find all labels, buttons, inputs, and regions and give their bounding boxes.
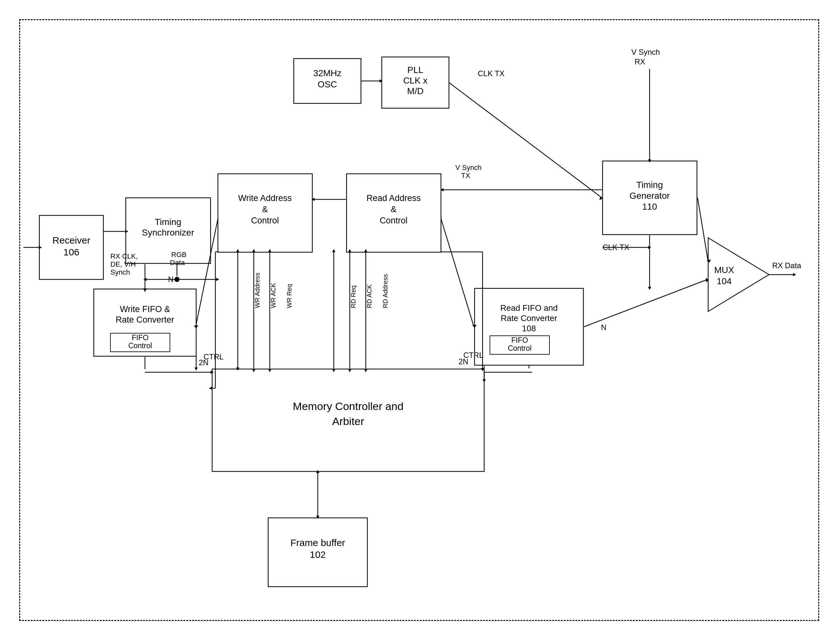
svg-text:Timing: Timing bbox=[155, 217, 181, 227]
svg-text:V Synch: V Synch bbox=[455, 163, 481, 171]
svg-marker-100 bbox=[483, 379, 486, 382]
svg-marker-88 bbox=[706, 278, 709, 282]
svg-text:N: N bbox=[601, 323, 607, 331]
svg-rect-30 bbox=[268, 518, 367, 587]
svg-text:Memory Controller and: Memory Controller and bbox=[293, 400, 403, 412]
svg-text:2N: 2N bbox=[458, 357, 468, 366]
svg-marker-122 bbox=[268, 369, 271, 372]
svg-marker-127 bbox=[332, 249, 335, 252]
svg-marker-81 bbox=[648, 287, 651, 290]
svg-line-87 bbox=[584, 279, 708, 327]
svg-marker-84 bbox=[648, 246, 651, 249]
svg-marker-108 bbox=[209, 387, 212, 390]
svg-text:Receiver: Receiver bbox=[52, 235, 90, 245]
svg-marker-141 bbox=[472, 325, 477, 328]
svg-text:M/D: M/D bbox=[407, 86, 423, 96]
svg-marker-64 bbox=[216, 278, 219, 281]
svg-marker-79 bbox=[312, 198, 315, 201]
svg-rect-3 bbox=[382, 57, 449, 108]
svg-text:Read Address: Read Address bbox=[366, 193, 421, 203]
svg-marker-98 bbox=[210, 370, 214, 374]
svg-marker-134 bbox=[364, 369, 367, 372]
svg-text:&: & bbox=[262, 204, 268, 214]
svg-marker-126 bbox=[332, 369, 335, 372]
svg-text:Data: Data bbox=[170, 259, 185, 267]
svg-line-142 bbox=[196, 219, 218, 327]
svg-text:102: 102 bbox=[310, 549, 326, 560]
svg-text:Write FIFO &: Write FIFO & bbox=[120, 304, 170, 314]
svg-text:32MHz: 32MHz bbox=[313, 68, 342, 78]
svg-marker-91 bbox=[793, 273, 796, 276]
svg-marker-44 bbox=[708, 238, 769, 312]
svg-text:RD ACK: RD ACK bbox=[366, 284, 373, 308]
svg-text:RGB: RGB bbox=[171, 251, 186, 259]
svg-text:FIFO: FIFO bbox=[132, 333, 148, 342]
svg-text:CTRL: CTRL bbox=[204, 353, 223, 361]
svg-marker-66 bbox=[380, 79, 383, 83]
svg-marker-118 bbox=[252, 369, 255, 372]
svg-text:CLK x: CLK x bbox=[403, 75, 427, 85]
svg-line-67 bbox=[449, 83, 602, 198]
svg-text:CLK TX: CLK TX bbox=[478, 69, 505, 78]
svg-text:Rate Converter: Rate Converter bbox=[501, 313, 558, 323]
svg-marker-94 bbox=[194, 367, 198, 370]
svg-text:Control: Control bbox=[251, 216, 279, 225]
svg-marker-131 bbox=[348, 249, 351, 252]
svg-rect-13 bbox=[94, 289, 196, 356]
svg-marker-138 bbox=[316, 516, 320, 519]
svg-text:108: 108 bbox=[522, 323, 536, 333]
svg-text:Synchronizer: Synchronizer bbox=[142, 228, 194, 237]
diagram-svg: 32MHz OSC PLL CLK x M/D Receiver 106 Tim… bbox=[20, 20, 820, 622]
svg-line-85 bbox=[698, 198, 708, 262]
svg-text:Control: Control bbox=[128, 341, 152, 350]
svg-text:V Synch: V Synch bbox=[631, 48, 660, 56]
svg-marker-73 bbox=[648, 159, 651, 163]
svg-text:WR Address: WR Address bbox=[254, 273, 261, 308]
svg-text:Write Address: Write Address bbox=[238, 193, 292, 203]
svg-rect-40 bbox=[603, 161, 697, 235]
svg-marker-69 bbox=[599, 196, 603, 200]
svg-marker-130 bbox=[348, 369, 351, 372]
svg-text:Synch: Synch bbox=[110, 268, 130, 276]
svg-text:TX: TX bbox=[461, 171, 470, 180]
svg-marker-112 bbox=[481, 368, 484, 371]
svg-text:110: 110 bbox=[642, 202, 657, 212]
svg-text:PLL: PLL bbox=[407, 65, 423, 75]
svg-text:WR Req: WR Req bbox=[286, 284, 293, 308]
svg-marker-50 bbox=[125, 230, 128, 233]
svg-marker-119 bbox=[252, 249, 255, 252]
svg-text:RX Data: RX Data bbox=[772, 261, 801, 270]
svg-text:DE, V/H: DE, V/H bbox=[110, 260, 136, 268]
svg-point-60 bbox=[175, 277, 179, 282]
svg-text:Control: Control bbox=[380, 216, 407, 225]
svg-text:CTRL: CTRL bbox=[463, 351, 483, 359]
svg-text:Generator: Generator bbox=[630, 191, 670, 201]
svg-text:2N: 2N bbox=[199, 358, 209, 367]
svg-text:Arbiter: Arbiter bbox=[332, 415, 364, 427]
svg-text:Read FIFO and: Read FIFO and bbox=[500, 303, 558, 313]
diagram-container: 32MHz OSC PLL CLK x M/D Receiver 106 Tim… bbox=[19, 19, 819, 621]
svg-text:WR ACK: WR ACK bbox=[270, 282, 277, 308]
svg-rect-19 bbox=[218, 174, 312, 252]
svg-rect-0 bbox=[294, 59, 361, 103]
svg-text:Control: Control bbox=[508, 344, 532, 353]
svg-text:Timing: Timing bbox=[636, 180, 663, 190]
svg-marker-86 bbox=[706, 259, 711, 263]
svg-rect-23 bbox=[347, 174, 441, 252]
svg-marker-123 bbox=[268, 249, 271, 252]
svg-text:104: 104 bbox=[717, 276, 732, 286]
svg-text:OSC: OSC bbox=[318, 79, 337, 89]
svg-text:106: 106 bbox=[64, 247, 79, 257]
svg-marker-143 bbox=[194, 325, 198, 328]
svg-rect-37 bbox=[490, 336, 550, 354]
svg-rect-10 bbox=[126, 198, 210, 263]
svg-rect-16 bbox=[110, 333, 170, 352]
svg-marker-75 bbox=[440, 188, 444, 191]
svg-rect-33 bbox=[475, 288, 583, 365]
svg-text:RD Req: RD Req bbox=[350, 286, 357, 308]
svg-line-140 bbox=[441, 219, 474, 327]
svg-text:MUX: MUX bbox=[714, 265, 734, 275]
svg-text:RX CLK,: RX CLK, bbox=[110, 252, 138, 260]
svg-text:Frame buffer: Frame buffer bbox=[290, 537, 345, 548]
svg-text:&: & bbox=[391, 204, 396, 214]
